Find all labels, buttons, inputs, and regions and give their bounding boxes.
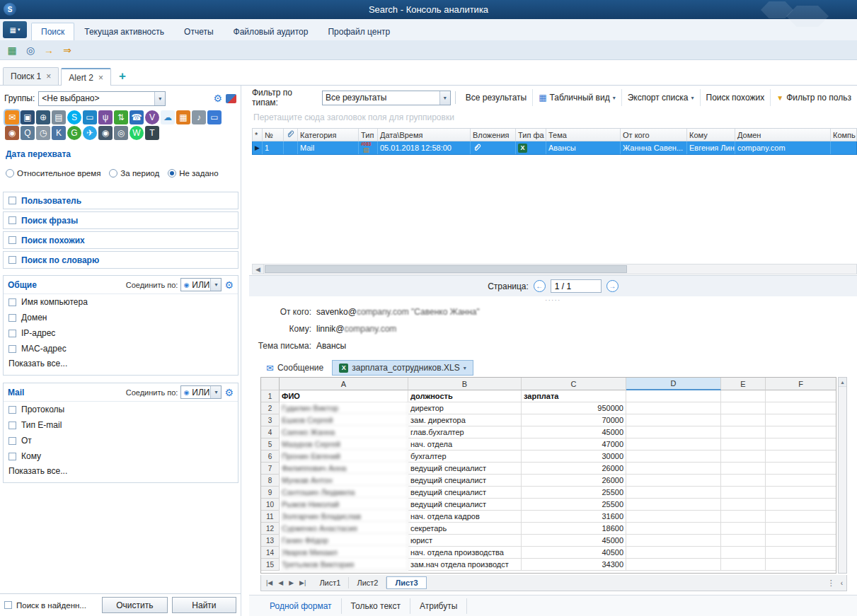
column-header[interactable]: Тип фа	[516, 129, 546, 141]
sheet-cell[interactable]	[766, 511, 836, 523]
sheet-cell[interactable]: 45000	[522, 426, 626, 438]
sheet-cell[interactable]: ведущий специалист	[408, 499, 522, 511]
sheet-cell[interactable]: нач. отдела	[408, 438, 522, 451]
next-page-icon[interactable]: →	[606, 280, 619, 292]
sheet-cell[interactable]	[721, 559, 766, 571]
join-combobox[interactable]: ◉ИЛИ▾	[180, 385, 222, 399]
sheet-cell[interactable]	[766, 535, 836, 547]
document-tab[interactable]: Alert 2×	[61, 68, 111, 86]
sheet-cell[interactable]: Филиппович Анна	[280, 463, 408, 475]
sheet-cell[interactable]: Золгарчин Владислав	[280, 511, 408, 523]
sheet-cell[interactable]	[721, 463, 766, 475]
type-filter-combobox[interactable]: Все результаты ▾	[322, 91, 451, 105]
preview-splitter[interactable]: ∙∙∙∙∙	[249, 296, 857, 303]
printer-channel-icon[interactable]: ▤	[52, 110, 66, 124]
column-header[interactable]: Компь	[831, 129, 856, 141]
show-all-link[interactable]: Показать все...	[4, 464, 238, 478]
sheet-cell[interactable]: Сурженко Анастасия	[280, 523, 408, 535]
camera-channel-icon[interactable]: ◉	[98, 126, 113, 140]
scroll-left-icon[interactable]: ◀	[253, 265, 264, 274]
show-all-link[interactable]: Показать все...	[4, 356, 238, 371]
sheet-cell[interactable]	[721, 499, 766, 511]
sheet-cell[interactable]	[721, 426, 766, 438]
sheet-cell[interactable]: 18600	[522, 523, 626, 535]
filter-item[interactable]: Домен	[4, 310, 238, 325]
sharepoint-channel-icon[interactable]: ▦	[176, 110, 190, 124]
sheet-cell[interactable]	[766, 487, 836, 499]
sheet-cell[interactable]	[721, 547, 766, 559]
google-channel-icon[interactable]: G	[67, 126, 81, 140]
usb-device-channel-icon[interactable]: ψ	[98, 110, 113, 124]
sheet-cell[interactable]	[766, 559, 836, 571]
section-settings-icon[interactable]: ⚙	[224, 387, 234, 398]
sheet-cell[interactable]	[766, 547, 836, 559]
search-section[interactable]: Пользователь	[3, 192, 238, 209]
skype-channel-icon[interactable]: S	[67, 110, 81, 124]
sheet-cell[interactable]	[626, 451, 721, 463]
sheet-cell[interactable]: директор	[408, 402, 522, 414]
format-tab[interactable]: Родной формат	[260, 598, 342, 614]
column-header[interactable]: Категория	[298, 129, 359, 141]
menu-tab[interactable]: Файловый аудитор	[224, 23, 318, 40]
sheet-column-header[interactable]: E	[721, 378, 766, 390]
sheet-cell[interactable]: зам.нач отдела производст	[408, 559, 522, 571]
person-search-channel-icon[interactable]: Q	[21, 126, 35, 140]
column-header[interactable]: От кого	[621, 129, 687, 141]
keylogger-channel-icon[interactable]: T	[145, 126, 159, 140]
sheet-cell[interactable]	[721, 402, 766, 414]
clear-button[interactable]: Очистить	[102, 597, 168, 613]
sheet-cell[interactable]	[721, 438, 766, 451]
menu-tab[interactable]: Отчеты	[174, 23, 223, 40]
sheet-cell[interactable]	[766, 499, 836, 511]
row-number[interactable]: 12	[261, 523, 280, 535]
sheet-cell[interactable]	[626, 523, 721, 535]
sheet-cell[interactable]	[721, 475, 766, 487]
filter-item[interactable]: Тип E-mail	[4, 417, 238, 433]
column-header[interactable]: Вложения	[471, 129, 516, 141]
sheet-cell[interactable]	[626, 535, 721, 547]
scrollbar-thumb[interactable]	[265, 265, 627, 273]
sheet-cell[interactable]	[626, 499, 721, 511]
row-number[interactable]: 1	[261, 390, 280, 402]
sheet-cell[interactable]: Мазуров Сергей	[280, 438, 408, 451]
search-section[interactable]: Поиск похожих	[3, 231, 238, 249]
toolbar-button[interactable]: ▼Фильтр по польз	[770, 89, 857, 106]
section-settings-icon[interactable]: ⚙	[224, 279, 234, 291]
sheet-cell[interactable]: Третьяков Виктория	[280, 559, 408, 571]
sheet-cell[interactable]	[626, 426, 721, 438]
filter-item[interactable]: MAC-адрес	[4, 341, 238, 356]
ip-telephony-channel-icon[interactable]: ☎	[130, 110, 144, 124]
sheet-column-header[interactable]: C	[522, 378, 626, 390]
close-icon[interactable]: ×	[46, 71, 51, 81]
contacts-channel-icon[interactable]: ◉	[5, 126, 19, 140]
load-query-icon[interactable]: →	[41, 42, 57, 58]
dropdown-arrow-icon[interactable]: ▾	[439, 91, 450, 105]
sheet-cell[interactable]: нач. отдела производства	[408, 547, 522, 559]
sheet-tab[interactable]: Лист1	[311, 577, 349, 588]
checkbox-icon[interactable]	[8, 453, 16, 460]
last-sheet-icon[interactable]: ▶|	[297, 579, 309, 586]
groups-combobox[interactable]: <Не выбрано> ▾	[38, 91, 166, 106]
toolbar-button[interactable]: Экспорт списка▾	[621, 89, 700, 106]
http-channel-icon[interactable]: ⊕	[36, 110, 50, 124]
sheet-cell[interactable]: 26000	[522, 475, 626, 487]
desktop-channel-icon[interactable]: ▭	[207, 110, 222, 124]
save-query-icon[interactable]: ⇒	[59, 42, 75, 58]
dropdown-arrow-icon[interactable]: ▾	[210, 386, 221, 398]
dropdown-arrow-icon[interactable]: ▾	[210, 279, 221, 291]
column-header[interactable]: Тип	[359, 129, 378, 141]
filter-item[interactable]: Кому	[4, 448, 238, 464]
row-number[interactable]: 8	[261, 475, 280, 487]
sheet-cell[interactable]: Уваров Михаил	[280, 547, 408, 559]
checkbox-icon[interactable]	[8, 330, 16, 337]
horizontal-scrollbar[interactable]: ◀	[252, 264, 857, 274]
format-tab[interactable]: Атрибуты	[410, 598, 467, 614]
row-number[interactable]: 2	[261, 402, 280, 414]
join-combobox[interactable]: ◉ИЛИ▾	[180, 278, 222, 291]
checkbox-icon[interactable]	[8, 216, 16, 224]
time-channel-icon[interactable]: ◷	[36, 126, 50, 140]
search-in-found-checkbox[interactable]	[4, 601, 12, 609]
checkbox-icon[interactable]	[8, 345, 16, 353]
page-number-input[interactable]	[551, 279, 602, 293]
sheet-cell[interactable]: 31600	[522, 511, 626, 523]
